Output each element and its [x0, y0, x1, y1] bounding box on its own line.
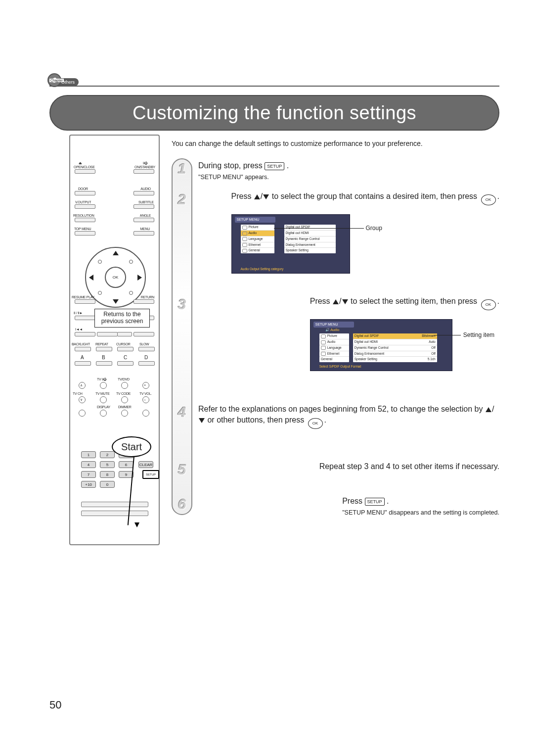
ok-key-icon: OK — [481, 299, 496, 310]
step-number-2: 2 — [174, 191, 190, 208]
audio-button — [134, 191, 154, 195]
chapter-tab: Others 6 Chapter — [49, 78, 79, 86]
step-number-6: 6 — [174, 496, 190, 513]
resolution-label: RESOLUTION — [73, 214, 94, 217]
setup-menu-screenshot-1: SETUP MENU Picture Audio Language Ethern… — [231, 214, 350, 274]
remote-control-figure: ⏏ OPEN/CLOSE I/⏻ ON/STANDBY DOOR AUDIO V… — [69, 135, 160, 545]
return-label: RETURN — [141, 295, 154, 299]
setup-key-icon: SETUP — [365, 498, 385, 506]
voutput-label: V.OUTPUT — [75, 200, 91, 204]
step-number-4: 4 — [174, 404, 190, 421]
power-icon: I/⏻ — [143, 161, 148, 165]
topmenu-button — [75, 231, 95, 236]
resolution-button — [75, 218, 95, 222]
step5-text: Repeat step 3 and 4 to set other items i… — [319, 462, 499, 471]
step1-text: During stop, press — [198, 161, 265, 170]
subtitle-button — [134, 204, 154, 209]
resume-play-button — [75, 299, 95, 304]
voutput-button — [75, 204, 95, 209]
start-arrowhead-icon — [134, 522, 139, 527]
setup-key-icon: SETUP — [265, 162, 284, 170]
return-button — [134, 299, 154, 304]
setup-menu-screenshot-2: SETUP MENU 🔊 Audio Picture Audio Languag… — [310, 319, 452, 371]
menu-button — [134, 231, 154, 236]
intro-text: You can change the default settings to c… — [172, 139, 499, 148]
ok-button: OK — [105, 267, 126, 288]
return-callout: Returns to the previous screen — [94, 309, 150, 328]
arrow-up-icon — [113, 251, 119, 255]
ok-key-icon: OK — [481, 194, 496, 205]
setting-item-label: Setting item — [463, 331, 494, 339]
chapter-label: Chapter — [49, 79, 64, 82]
door-label: DOOR — [78, 187, 88, 190]
group-label: Group — [366, 224, 382, 232]
menu-label: MENU — [140, 227, 150, 231]
arrow-down-icon — [113, 299, 119, 304]
open-close-button — [75, 169, 95, 174]
open-close-label: OPEN/CLOSE — [74, 165, 95, 169]
step-number-5: 5 — [174, 461, 190, 478]
door-button — [75, 191, 95, 195]
start-callout: Start — [112, 436, 151, 457]
angle-label: ANGLE — [140, 214, 151, 217]
pause-step-label: II / II► — [74, 311, 83, 315]
on-standby-label: ON/STANDBY — [134, 165, 155, 169]
resume-play-label: RESUME PLAY — [72, 295, 94, 299]
topmenu-label: TOP MENU — [74, 227, 91, 231]
arrow-up-icon — [486, 407, 491, 412]
eject-icon: ⏏ — [79, 161, 82, 165]
arrow-up-icon — [333, 299, 339, 304]
page-title: Customizing the function settings — [49, 95, 499, 131]
angle-button — [134, 218, 154, 222]
arrow-down-icon — [342, 299, 348, 304]
step1-sub: "SETUP MENU" appears. — [198, 173, 289, 182]
setup-button-highlight: SETUP — [142, 470, 159, 479]
arrow-down-icon — [199, 418, 205, 423]
skip-prev-label: I◄◄ — [75, 328, 83, 331]
step-number-1: 1 — [174, 160, 190, 177]
on-standby-button — [134, 169, 154, 174]
arrow-down-icon — [263, 194, 269, 199]
audio-label: AUDIO — [140, 187, 151, 190]
arrow-up-icon — [254, 194, 260, 199]
page-number: 50 — [49, 699, 61, 711]
ok-key-icon: OK — [308, 418, 323, 429]
arrow-left-icon — [89, 275, 93, 281]
step-number-3: 3 — [174, 296, 190, 313]
divider — [49, 86, 499, 87]
step6-sub: "SETUP MENU" disappears and the setting … — [342, 509, 499, 517]
subtitle-label: SUBTITLE — [138, 200, 154, 204]
arrow-right-icon — [137, 275, 142, 281]
